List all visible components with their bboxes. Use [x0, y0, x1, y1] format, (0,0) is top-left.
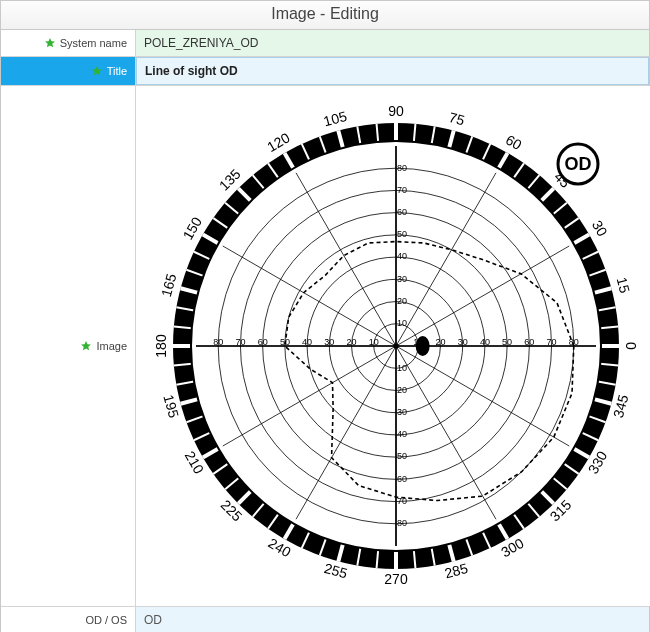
label-text: System name: [60, 37, 127, 49]
label-odos: OD / OS: [1, 607, 136, 632]
svg-text:270: 270: [384, 571, 408, 587]
svg-text:10: 10: [397, 363, 407, 373]
star-icon: [80, 340, 92, 352]
svg-text:285: 285: [443, 560, 470, 582]
svg-text:20: 20: [435, 337, 445, 347]
row-system-name: System name POLE_ZRENIYA_OD: [1, 30, 649, 57]
svg-text:70: 70: [547, 337, 557, 347]
svg-text:80: 80: [213, 337, 223, 347]
svg-text:30: 30: [397, 274, 407, 284]
svg-text:30: 30: [397, 407, 407, 417]
svg-text:70: 70: [397, 185, 407, 195]
value-system-name[interactable]: POLE_ZRENIYA_OD: [136, 30, 649, 56]
svg-text:20: 20: [397, 296, 407, 306]
svg-text:255: 255: [322, 560, 349, 582]
label-system-name: System name: [1, 30, 136, 56]
svg-text:20: 20: [397, 385, 407, 395]
svg-text:30: 30: [589, 218, 611, 240]
svg-text:70: 70: [235, 337, 245, 347]
svg-text:50: 50: [397, 451, 407, 461]
svg-text:40: 40: [397, 251, 407, 261]
editing-panel: Image - Editing System name POLE_ZRENIYA…: [0, 0, 650, 632]
value-title[interactable]: Line of sight OD: [136, 57, 649, 85]
svg-text:15: 15: [614, 276, 634, 295]
svg-text:0: 0: [623, 342, 639, 350]
svg-point-153: [394, 344, 399, 349]
label-title: Title: [1, 57, 136, 85]
svg-point-152: [416, 336, 430, 356]
row-odos: OD / OS OD: [1, 607, 649, 632]
value-odos[interactable]: OD: [136, 607, 649, 632]
value-image[interactable]: 0153045607590105120135150165180195210225…: [136, 86, 650, 606]
svg-text:80: 80: [397, 518, 407, 528]
svg-text:60: 60: [397, 474, 407, 484]
svg-text:75: 75: [447, 109, 466, 129]
svg-text:60: 60: [397, 207, 407, 217]
svg-text:105: 105: [322, 108, 349, 130]
svg-text:OD: OD: [565, 154, 592, 174]
svg-text:180: 180: [153, 334, 169, 358]
svg-text:345: 345: [610, 393, 632, 420]
svg-text:40: 40: [397, 429, 407, 439]
svg-text:90: 90: [388, 103, 404, 119]
svg-text:10: 10: [369, 337, 379, 347]
svg-text:30: 30: [458, 337, 468, 347]
panel-title: Image - Editing: [1, 1, 649, 30]
svg-text:30: 30: [324, 337, 334, 347]
label-text: OD / OS: [85, 614, 127, 626]
star-icon: [91, 65, 103, 77]
svg-text:60: 60: [503, 131, 525, 153]
star-icon: [44, 37, 56, 49]
svg-text:195: 195: [160, 393, 182, 420]
svg-text:40: 40: [302, 337, 312, 347]
row-image: Image 0153045607590105120135150165180195…: [1, 86, 649, 607]
svg-text:60: 60: [258, 337, 268, 347]
svg-text:50: 50: [502, 337, 512, 347]
svg-text:40: 40: [480, 337, 490, 347]
polar-chart: 0153045607590105120135150165180195210225…: [146, 96, 646, 596]
svg-text:20: 20: [347, 337, 357, 347]
row-title: Title Line of sight OD: [1, 57, 649, 86]
label-text: Title: [107, 65, 127, 77]
polar-chart-svg: 0153045607590105120135150165180195210225…: [146, 96, 646, 596]
svg-text:165: 165: [158, 272, 180, 299]
svg-text:50: 50: [397, 229, 407, 239]
svg-text:10: 10: [397, 318, 407, 328]
label-text: Image: [96, 340, 127, 352]
label-image: Image: [1, 86, 136, 606]
svg-text:80: 80: [397, 163, 407, 173]
svg-text:60: 60: [524, 337, 534, 347]
